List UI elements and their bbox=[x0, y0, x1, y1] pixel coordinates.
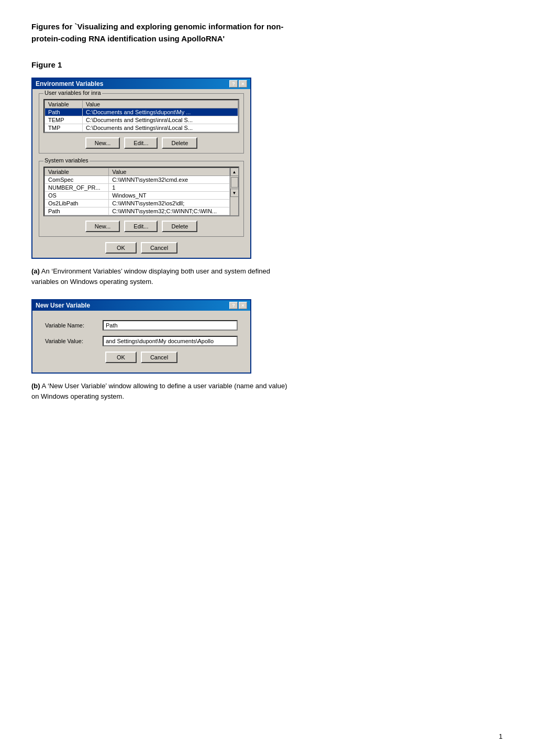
nuv-form: Variable Name: Variable Value: OK Cancel bbox=[37, 315, 246, 368]
nuv-dialog-titlebar: New User Variable ? × bbox=[32, 300, 250, 311]
table-row[interactable]: TMP C:\Documents and Settings\inra\Local… bbox=[45, 124, 238, 132]
table-row[interactable]: Path C:\WINNT\system32;C:\WINNT;C:\WIN..… bbox=[45, 207, 230, 215]
user-var-path: Path bbox=[45, 108, 83, 116]
system-variables-group: System variables Variable Value ComSpec … bbox=[39, 161, 244, 237]
nuv-dialog-title: New User Variable bbox=[36, 302, 90, 309]
system-variables-table: Variable Value ComSpec C:\WINNT\system32… bbox=[44, 168, 230, 215]
sys-path-value: C:\WINNT\system32;C:\WINNT;C:\WIN... bbox=[109, 207, 230, 215]
system-buttons-row: New... Edit... Delete bbox=[43, 221, 239, 232]
caption-a: (a) An ‘Environment Variables’ window di… bbox=[31, 266, 293, 287]
env-cancel-button[interactable]: Cancel bbox=[141, 242, 177, 254]
close-button[interactable]: × bbox=[239, 80, 247, 87]
system-new-button[interactable]: New... bbox=[85, 221, 120, 232]
user-edit-button[interactable]: Edit... bbox=[124, 137, 158, 149]
env-dialog-titlebar: Environment Variables ? × bbox=[32, 79, 250, 89]
variable-value-row: Variable Value: bbox=[45, 336, 238, 346]
system-table-scrollbar[interactable]: ▲ ▼ bbox=[230, 168, 238, 215]
table-row[interactable]: NUMBER_OF_PR... 1 bbox=[45, 184, 230, 192]
sys-number: NUMBER_OF_PR... bbox=[45, 184, 109, 192]
user-var-col-value: Value bbox=[82, 101, 238, 108]
sys-os-value: Windows_NT bbox=[109, 192, 230, 200]
figure-label: Figure 1 bbox=[31, 60, 503, 69]
system-edit-button[interactable]: Edit... bbox=[124, 221, 158, 232]
user-variables-label: User variables for inra bbox=[43, 90, 102, 96]
caption-b-label: (b) bbox=[31, 382, 40, 390]
nuv-close-button[interactable]: × bbox=[239, 302, 247, 309]
variable-name-label: Variable Name: bbox=[45, 322, 103, 328]
sys-comspec: ComSpec bbox=[45, 176, 109, 184]
sys-os2libpath-value: C:\WINNT\system32\os2\dll; bbox=[109, 200, 230, 207]
table-row[interactable]: OS Windows_NT bbox=[45, 192, 230, 200]
caption-a-label: (a) bbox=[31, 267, 40, 275]
scroll-up-arrow[interactable]: ▲ bbox=[230, 168, 239, 176]
nuv-cancel-button[interactable]: Cancel bbox=[141, 352, 177, 363]
table-row[interactable]: Path C:\Documents and Settings\dupont\My… bbox=[45, 108, 238, 116]
sys-comspec-value: C:\WINNT\system32\cmd.exe bbox=[109, 176, 230, 184]
table-row[interactable]: Os2LibPath C:\WINNT\system32\os2\dll; bbox=[45, 200, 230, 207]
table-row[interactable]: ComSpec C:\WINNT\system32\cmd.exe bbox=[45, 176, 230, 184]
scroll-down-arrow[interactable]: ▼ bbox=[230, 189, 239, 197]
nuv-ok-button[interactable]: OK bbox=[105, 352, 137, 363]
sys-os: OS bbox=[45, 192, 109, 200]
user-var-temp-value: C:\Documents and Settings\inra\Local S..… bbox=[82, 116, 238, 124]
page-number: 1 bbox=[499, 732, 503, 740]
caption-b-text: A ‘New User Variable’ window allowing to… bbox=[31, 382, 287, 400]
environment-variables-dialog: Environment Variables ? × User variables… bbox=[31, 78, 251, 259]
sys-number-value: 1 bbox=[109, 184, 230, 192]
new-user-variable-dialog: New User Variable ? × Variable Name: Var… bbox=[31, 299, 251, 374]
variable-name-row: Variable Name: bbox=[45, 320, 238, 331]
sys-var-col-variable: Variable bbox=[45, 168, 109, 176]
user-var-tmp-value: C:\Documents and Settings\inra\Local S..… bbox=[82, 124, 238, 132]
sys-path: Path bbox=[45, 207, 109, 215]
table-row[interactable]: TEMP C:\Documents and Settings\inra\Loca… bbox=[45, 116, 238, 124]
env-dialog-title: Environment Variables bbox=[36, 80, 103, 87]
sys-var-col-value: Value bbox=[109, 168, 230, 176]
page-title: Figures for `Visualizing and exploring g… bbox=[31, 21, 503, 45]
user-buttons-row: New... Edit... Delete bbox=[43, 137, 239, 149]
system-variables-label: System variables bbox=[43, 157, 90, 163]
user-var-col-variable: Variable bbox=[45, 101, 83, 108]
caption-b: (b) A ‘New User Variable’ window allowin… bbox=[31, 381, 293, 401]
env-ok-button[interactable]: OK bbox=[105, 242, 137, 254]
env-dialog-ok-cancel: OK Cancel bbox=[37, 242, 246, 254]
system-delete-button[interactable]: Delete bbox=[162, 221, 197, 232]
user-variables-table: Variable Value Path C:\Documents and Set… bbox=[44, 100, 238, 132]
variable-value-label: Variable Value: bbox=[45, 338, 103, 344]
caption-a-text: An ‘Environment Variables’ window displa… bbox=[31, 267, 270, 286]
nuv-help-button[interactable]: ? bbox=[229, 302, 238, 309]
sys-os2libpath: Os2LibPath bbox=[45, 200, 109, 207]
user-new-button[interactable]: New... bbox=[85, 137, 120, 149]
nuv-ok-cancel: OK Cancel bbox=[45, 352, 238, 363]
variable-value-input[interactable] bbox=[103, 336, 238, 346]
help-button[interactable]: ? bbox=[229, 80, 238, 87]
variable-name-input[interactable] bbox=[103, 320, 238, 331]
user-var-tmp: TMP bbox=[45, 124, 83, 132]
user-var-temp: TEMP bbox=[45, 116, 83, 124]
nuv-titlebar-buttons: ? × bbox=[229, 302, 247, 309]
user-variables-group: User variables for inra Variable Value P… bbox=[39, 93, 244, 154]
scroll-thumb[interactable] bbox=[231, 177, 238, 188]
user-delete-button[interactable]: Delete bbox=[162, 137, 197, 149]
user-var-path-value: C:\Documents and Settings\dupont\My ... bbox=[82, 108, 238, 116]
titlebar-buttons: ? × bbox=[229, 80, 247, 87]
